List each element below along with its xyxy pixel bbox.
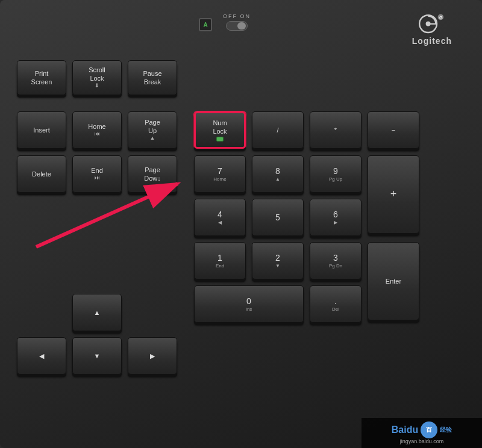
key-pausebreak[interactable]: Pause Break [128, 60, 177, 95]
key-num9[interactable]: 9 Pg Up [310, 155, 362, 193]
key-num8[interactable]: 8 ▲ [252, 155, 304, 193]
key-num6[interactable]: 6 ▶ [310, 199, 362, 236]
key-num0[interactable]: 0 Ins [194, 285, 304, 323]
keyboard-image: OFF ON A G Logitech Print Screen Scroll … [0, 0, 482, 448]
key-arrow-up[interactable]: ▲ [72, 294, 122, 331]
key-home[interactable]: Home ⏮ [72, 111, 122, 149]
scrolllock-icon: ⬇ [95, 82, 99, 90]
key-num-multiply[interactable]: * [310, 111, 362, 149]
pageup-icon: ▲ [150, 135, 155, 142]
power-switch [226, 21, 248, 31]
power-switch-area: OFF ON [223, 13, 251, 31]
key-num3[interactable]: 3 Pg Dn [310, 242, 362, 279]
key-printscreen[interactable]: Print Screen [17, 60, 66, 95]
baidu-watermark: Baidu 百 经验 jingyan.baidu.com [362, 418, 482, 448]
key-num2[interactable]: 2 ▼ [252, 242, 304, 279]
key-arrow-down[interactable]: ▼ [72, 337, 122, 375]
home-icon: ⏮ [95, 131, 100, 138]
numlock-led [216, 137, 224, 142]
baidu-logo-row: Baidu 百 经验 [392, 422, 452, 438]
key-num4[interactable]: 4 ◀ [194, 199, 246, 236]
key-insert[interactable]: Insert [17, 111, 66, 149]
key-numlock[interactable]: Num Lock [194, 111, 246, 149]
key-num7[interactable]: 7 Home [194, 155, 246, 193]
key-num5[interactable]: 5 [252, 199, 304, 236]
baidu-logo-text: Baidu [392, 425, 418, 435]
logitech-icon: G [418, 13, 446, 35]
key-pageup[interactable]: Page Up ▲ [128, 111, 177, 149]
key-arrow-right[interactable]: ▶ [128, 337, 177, 375]
svg-text:G: G [439, 15, 443, 20]
key-num-plus[interactable]: + [368, 155, 419, 234]
baidu-logo-dot: 百 [421, 422, 437, 438]
key-num-enter[interactable]: Enter [368, 242, 419, 320]
logitech-logo: G Logitech [412, 13, 452, 46]
key-end[interactable]: End ⏭ [72, 155, 122, 193]
baidu-jingyan-text: 经验 [440, 426, 452, 434]
key-arrow-left[interactable]: ◀ [17, 337, 66, 375]
logitech-text: Logitech [412, 36, 452, 46]
key-num-dot[interactable]: . Del [310, 285, 362, 323]
capslock-led: A [199, 18, 212, 31]
svg-line-5 [36, 184, 178, 247]
switch-label: OFF ON [223, 13, 251, 19]
end-icon: ⏭ [95, 175, 100, 182]
key-pagedown[interactable]: Page Dow↓ [128, 155, 177, 193]
svg-point-1 [425, 22, 430, 26]
key-num-minus[interactable]: − [368, 111, 419, 149]
key-num1[interactable]: 1 End [194, 242, 246, 279]
key-num-divide[interactable]: / [252, 111, 304, 149]
switch-indicator [237, 22, 246, 30]
key-delete[interactable]: Delete [17, 155, 66, 193]
key-scrolllock[interactable]: Scroll Lock ⬇ [72, 60, 122, 95]
baidu-url: jingyan.baidu.com [400, 438, 444, 444]
